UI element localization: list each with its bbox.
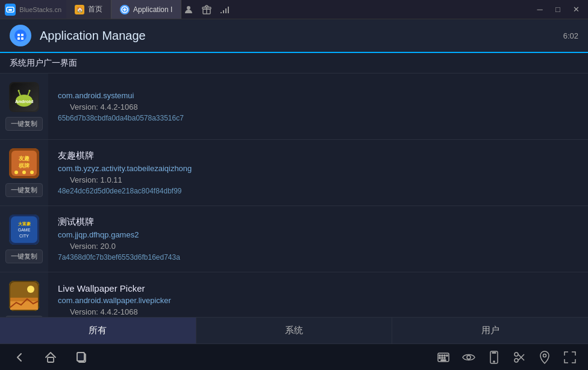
app-icon-area-2: 大富豪 GAME CITY 一键复制 xyxy=(0,206,48,272)
user-icon[interactable] xyxy=(181,2,196,17)
bluestacks-logo xyxy=(5,4,16,16)
main-content: Application Manage 6:02 系统用户广一界面 xyxy=(0,19,588,370)
brand-text: BlueStacks.cn xyxy=(19,6,61,13)
app-hash-0: 65b6d7b38cbdfa0da4ba0578a33516c7 xyxy=(58,114,578,122)
location-icon[interactable] xyxy=(536,349,553,366)
app-icon-1: 友趣 棋牌 xyxy=(9,148,39,178)
app-package-0: com.android.systemui xyxy=(58,91,578,100)
partial-item-text: 系统用户广一界面 xyxy=(10,53,77,69)
app-version-2: Version: 20.0 xyxy=(58,242,578,251)
tab-home-label: 首页 xyxy=(88,4,102,14)
svg-text:大富豪: 大富豪 xyxy=(17,221,31,226)
app-package-2: com.jjqp.dfhqp.games2 xyxy=(58,230,578,239)
app-name-1: 友趣棋牌 xyxy=(58,150,578,161)
copy-btn-0[interactable]: 一键复制 xyxy=(5,117,43,131)
tab-app-label: Application I xyxy=(133,5,172,14)
app-icon-0: Android xyxy=(9,82,39,112)
svg-point-48 xyxy=(467,356,471,359)
title-bar: BlueStacks.cn 🏠 首页 Application I xyxy=(0,0,588,19)
app-package-3: com.android.wallpaper.livepicker xyxy=(58,296,578,305)
app-icon-area-0: Android 一键复制 xyxy=(0,74,48,139)
app-name-2: 测试棋牌 xyxy=(58,216,578,228)
tab-system[interactable]: 系统 xyxy=(196,318,393,343)
app-version-0: Version: 4.4.2-1068 xyxy=(58,102,578,111)
app-manager-icon xyxy=(10,25,31,46)
svg-rect-46 xyxy=(444,357,445,359)
page-title: Application Manage xyxy=(40,29,146,43)
bottom-toolbar xyxy=(0,343,588,370)
tab-app[interactable]: Application I xyxy=(111,0,181,19)
svg-point-50 xyxy=(493,361,495,362)
signal-icon xyxy=(217,2,232,17)
svg-text:友趣: 友趣 xyxy=(18,155,30,161)
recents-button[interactable] xyxy=(72,348,92,367)
app-icon-3 xyxy=(9,281,39,311)
app-item-systemui: Android 一键复制 com.android.systemui Versio… xyxy=(0,74,588,140)
svg-point-22 xyxy=(14,171,18,174)
app-item-youqu: 友趣 棋牌 一键复制 友趣棋牌 com.tb.yzyz.activity.tao… xyxy=(0,140,588,206)
app-item-ceshi: 大富豪 GAME CITY 一键复制 测试棋牌 com.jjqp.dfhqp.g… xyxy=(0,206,588,272)
svg-text:GAME: GAME xyxy=(18,228,31,232)
app-tab-icon xyxy=(120,5,130,14)
app-details-3: Live Wallpaper Picker com.android.wallpa… xyxy=(48,272,588,317)
svg-text:CITY: CITY xyxy=(19,234,29,238)
minimize-button[interactable]: ─ xyxy=(531,2,548,17)
svg-point-24 xyxy=(30,171,34,174)
app-details-2: 测试棋牌 com.jjqp.dfhqp.games2 Version: 20.0… xyxy=(48,206,588,272)
app-details-1: 友趣棋牌 com.tb.yzyz.activity.taobeilezaiqiz… xyxy=(48,140,588,205)
svg-point-52 xyxy=(514,353,518,356)
app-version-1: Version: 1.0.11 xyxy=(58,175,578,184)
copy-btn-2[interactable]: 一键复制 xyxy=(5,249,43,263)
home-tab-icon: 🏠 xyxy=(75,5,84,14)
svg-rect-45 xyxy=(442,357,443,359)
home-button[interactable] xyxy=(41,348,60,367)
eye-icon[interactable] xyxy=(460,349,477,366)
app-hash-2: 7a4368d0fc7b3bef6553d6fb16ed743a xyxy=(58,253,578,262)
back-button[interactable] xyxy=(10,348,29,367)
svg-point-23 xyxy=(22,171,26,174)
keyboard-icon[interactable] xyxy=(435,349,452,366)
svg-rect-47 xyxy=(441,360,446,361)
svg-rect-41 xyxy=(442,355,443,356)
svg-rect-7 xyxy=(17,34,20,36)
close-button[interactable]: ✕ xyxy=(568,2,584,17)
svg-rect-43 xyxy=(446,355,448,356)
maximize-button[interactable]: □ xyxy=(549,2,566,17)
tab-user[interactable]: 用户 xyxy=(392,318,588,343)
svg-rect-1 xyxy=(8,9,12,11)
app-package-1: com.tb.yzyz.activity.taobeilezaiqizhong xyxy=(58,164,578,173)
app-details-0: com.android.systemui Version: 4.4.2-1068… xyxy=(48,74,588,139)
svg-point-54 xyxy=(543,354,546,357)
nav-buttons xyxy=(10,348,92,367)
app-item-wallpaper: 一键复制 Live Wallpaper Picker com.android.w… xyxy=(0,272,588,317)
app-icon-area-1: 友趣 棋牌 一键复制 xyxy=(0,140,48,205)
phone-icon[interactable] xyxy=(486,349,502,366)
app-hash-1: 48e24dc62d5d0dee218ac804f84dbf99 xyxy=(58,187,578,195)
svg-rect-10 xyxy=(21,37,23,40)
svg-point-34 xyxy=(27,286,34,293)
title-bar-controls: ─ □ ✕ xyxy=(531,2,588,17)
bottom-tabs: 所有 系统 用户 xyxy=(0,317,588,343)
tab-all[interactable]: 所有 xyxy=(0,318,196,343)
svg-rect-42 xyxy=(444,355,445,356)
app-header: Application Manage 6:02 xyxy=(0,19,588,53)
svg-point-15 xyxy=(18,90,20,92)
partial-item: 系统用户广一界面 xyxy=(0,53,588,74)
svg-point-6 xyxy=(14,30,27,42)
tab-home[interactable]: 🏠 首页 xyxy=(66,0,111,19)
copy-btn-1[interactable]: 一键复制 xyxy=(5,183,43,197)
expand-icon[interactable] xyxy=(561,349,578,366)
app-list: 系统用户广一界面 Android xyxy=(0,53,588,317)
time-display: 6:02 xyxy=(563,31,578,40)
gift-icon[interactable] xyxy=(199,2,214,17)
app-version-3: Version: 4.4.2-1068 xyxy=(58,307,578,316)
title-bar-icons xyxy=(181,2,238,17)
svg-rect-8 xyxy=(21,34,23,36)
title-bar-left: BlueStacks.cn xyxy=(0,0,66,19)
toolbar-icons xyxy=(435,349,578,366)
scissors-icon[interactable] xyxy=(511,349,528,366)
svg-point-3 xyxy=(187,6,190,10)
svg-rect-37 xyxy=(77,353,84,361)
svg-rect-44 xyxy=(439,357,440,359)
app-icon-2: 大富豪 GAME CITY xyxy=(9,215,39,245)
